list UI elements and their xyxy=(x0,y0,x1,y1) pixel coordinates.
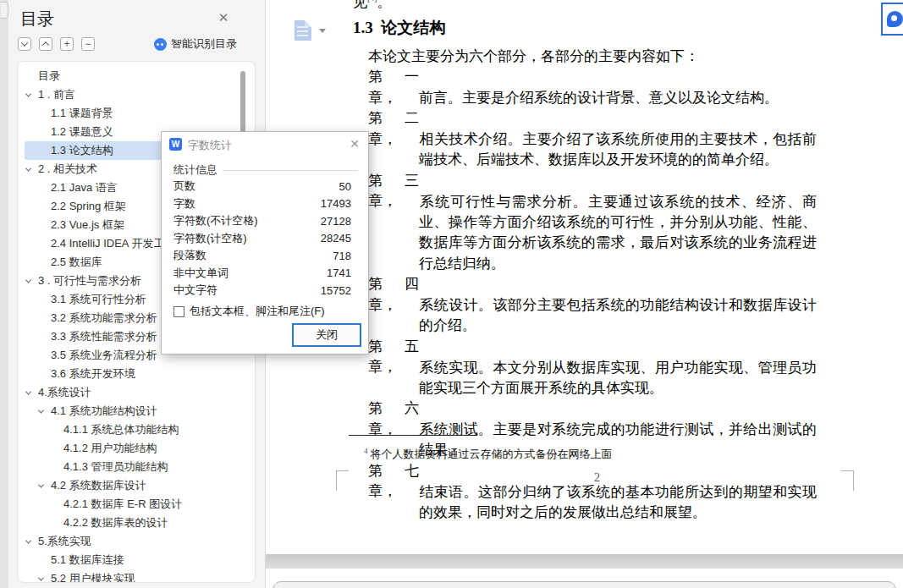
chapter-text: 系统设计。该部分主要包括系统的功能结构设计和数据库设计的介绍。 xyxy=(419,297,817,334)
toc-item-label: 3.3 系统性能需求分析 xyxy=(51,329,157,344)
toc-item[interactable]: 4.1.1 系统总体功能结构 xyxy=(25,420,248,439)
dropdown-arrow-icon xyxy=(319,29,326,36)
chapter-paragraph: 第四章，系统设计。该部分主要包括系统的功能结构设计和数据库设计的介绍。 xyxy=(368,274,817,337)
page-gap xyxy=(266,554,903,569)
chevron-down-icon[interactable] xyxy=(39,577,51,581)
toc-item-label: 4.1.1 系统总体功能结构 xyxy=(63,422,179,437)
toc-item[interactable]: 5.1 数据库连接 xyxy=(25,551,248,569)
stats-group-header: 统计信息 xyxy=(173,162,358,178)
toc-item[interactable]: 1.1 课题背景 xyxy=(25,104,248,123)
stat-label: 段落数 xyxy=(173,248,206,263)
toc-item-label: 2.4 IntelliJ IDEA 开发工具 xyxy=(51,236,175,251)
toc-item-label: 4.2.2 数据库表的设计 xyxy=(63,515,168,530)
close-button[interactable]: 关闭 xyxy=(292,323,361,347)
expand-next-button[interactable] xyxy=(18,37,31,51)
include-footnotes-label: 包括文本框、脚注和尾注(F) xyxy=(190,304,325,319)
toc-scrollbar-thumb[interactable] xyxy=(240,71,245,135)
section-heading: 1.3 论文结构 xyxy=(353,17,445,39)
wps-writer-window: 目录 ✕ + − 智能识别目录 目录1 . 前言1.1 课题背景1.2 课题意义… xyxy=(0,0,903,588)
footnote: 4将个人数据资料通过云存储的方式备份在网络上面 xyxy=(364,447,613,462)
toc-item-label: 2.3 Vue.js 框架 xyxy=(51,217,124,233)
intro-paragraph: 本论文主要分为六个部分，各部分的主要内容如下： xyxy=(368,47,817,66)
stat-label: 字符数(不计空格) xyxy=(173,213,258,228)
paste-options-button[interactable] xyxy=(295,20,332,42)
toc-item[interactable]: 4.1.3 管理员功能结构 xyxy=(25,458,248,476)
dialog-titlebar[interactable]: W 字数统计 ✕ xyxy=(162,132,368,156)
assistant-floating-button[interactable] xyxy=(881,3,903,36)
toc-item-label: 4.2.1 数据库 E-R 图设计 xyxy=(63,497,182,512)
chevron-down-icon[interactable] xyxy=(26,540,38,544)
toc-panel-title: 目录 xyxy=(20,8,54,30)
toc-item-label: 4.系统设计 xyxy=(38,385,91,400)
toc-item[interactable]: 5.2 用户模块实现 xyxy=(25,569,248,583)
stat-label: 字数 xyxy=(173,196,195,212)
chapter-paragraph: 第五章，系统实现。本文分别从数据库实现、用户功能实现、管理员功能实现三个方面展开… xyxy=(368,337,817,399)
toc-item-label: 4.1 系统功能结构设计 xyxy=(51,404,157,419)
toc-item-label: 1.2 课题意义 xyxy=(51,124,113,140)
dialog-close-icon[interactable]: ✕ xyxy=(348,137,361,151)
stat-value: 17493 xyxy=(321,197,351,210)
toc-item[interactable]: 4.1.2 用户功能结构 xyxy=(25,439,248,458)
stat-row: 中文字符15752 xyxy=(173,282,351,299)
chevron-down-icon[interactable] xyxy=(39,409,51,414)
toc-item[interactable]: 4.系统设计 xyxy=(25,383,248,402)
stat-value: 27128 xyxy=(321,215,351,228)
toc-item-label: 3.6 系统开发环境 xyxy=(51,366,135,382)
stats-group-label: 统计信息 xyxy=(173,162,217,178)
toc-item[interactable]: 目录 xyxy=(25,67,248,85)
toc-item-label: 2 . 相关技术 xyxy=(38,162,97,177)
chapter-label: 第五章， xyxy=(368,337,419,378)
stat-row: 段落数718 xyxy=(173,247,351,265)
toc-item[interactable]: 4.2.1 数据库 E-R 图设计 xyxy=(25,495,248,514)
dialog-title: 字数统计 xyxy=(188,138,232,153)
assistant-icon xyxy=(887,11,903,27)
toc-item[interactable]: 3.6 系统开发环境 xyxy=(25,365,248,383)
smart-toc-label: 智能识别目录 xyxy=(171,36,237,52)
include-footnotes-row[interactable]: 包括文本框、脚注和尾注(F) xyxy=(173,304,325,319)
stats-table: 页数50字数17493字符数(不计空格)27128字符数(计空格)28245段落… xyxy=(173,178,351,299)
stat-value: 15752 xyxy=(321,284,351,297)
citation-mark: [4] xyxy=(367,0,377,3)
toc-item-label: 1.3 论文结构 xyxy=(51,143,113,158)
smart-recognize-toc-button[interactable]: 智能识别目录 xyxy=(154,36,237,52)
toc-item[interactable]: 4.1 系统功能结构设计 xyxy=(25,402,248,420)
chapter-label: 第二章， xyxy=(368,108,419,150)
toc-item[interactable]: 5.系统实现 xyxy=(25,532,248,551)
smart-toc-icon xyxy=(154,38,167,51)
chevron-down-icon[interactable] xyxy=(26,279,38,283)
toc-item[interactable]: 1 . 前言 xyxy=(25,85,248,104)
chapter-text: 系统可行性与需求分析。主要通过该系统的技术、经济、商业、操作等方面介绍该系统的可… xyxy=(419,193,817,272)
chevron-down-icon[interactable] xyxy=(26,391,38,395)
stat-label: 非中文单词 xyxy=(173,266,229,281)
toc-item-label: 5.1 数据库连接 xyxy=(51,552,124,568)
expand-all-button[interactable]: + xyxy=(60,37,74,51)
stat-label: 中文字符 xyxy=(173,283,217,298)
stat-value: 1741 xyxy=(327,267,351,279)
include-footnotes-checkbox[interactable] xyxy=(173,306,184,317)
chevron-down-icon[interactable] xyxy=(26,168,38,172)
left-edge-rail xyxy=(0,0,8,588)
chevron-down-icon[interactable] xyxy=(26,93,38,97)
toc-close-icon[interactable]: ✕ xyxy=(216,10,231,25)
collapse-all-button[interactable]: − xyxy=(81,37,95,51)
chapter-paragraph: 第七章，结束语。这部分归纳了该系统的基本功能所达到的期望和实现的效果，同时对之后… xyxy=(368,461,817,524)
toc-item-label: 4.1.3 管理员功能结构 xyxy=(63,459,168,475)
toc-item[interactable]: 4.2.2 数据库表的设计 xyxy=(25,514,248,532)
chevron-down-icon[interactable] xyxy=(39,484,51,488)
collapse-prev-button[interactable] xyxy=(39,37,52,51)
stat-row: 页数50 xyxy=(173,178,351,195)
toc-item-label: 2.1 Java 语言 xyxy=(51,180,118,195)
margin-corner-mark-right xyxy=(841,470,854,491)
stat-row: 字符数(计空格)28245 xyxy=(173,230,351,248)
chapter-label: 第四章， xyxy=(368,274,419,316)
toc-item[interactable]: 4.2 系统数据库设计 xyxy=(25,476,248,495)
stat-row: 非中文单词1741 xyxy=(173,265,351,283)
chapter-paragraph: 第三章，系统可行性与需求分析。主要通过该系统的技术、经济、商业、操作等方面介绍该… xyxy=(368,171,817,275)
stat-row: 字数17493 xyxy=(173,195,351,213)
next-document-page[interactable] xyxy=(266,569,903,588)
panel-collapse-handle[interactable] xyxy=(1,2,8,19)
stat-value: 718 xyxy=(333,250,351,262)
toc-item-label: 2.2 Spring 框架 xyxy=(51,199,126,214)
footnote-separator xyxy=(349,435,477,436)
toc-item-label: 5.2 用户模块实现 xyxy=(51,571,135,583)
